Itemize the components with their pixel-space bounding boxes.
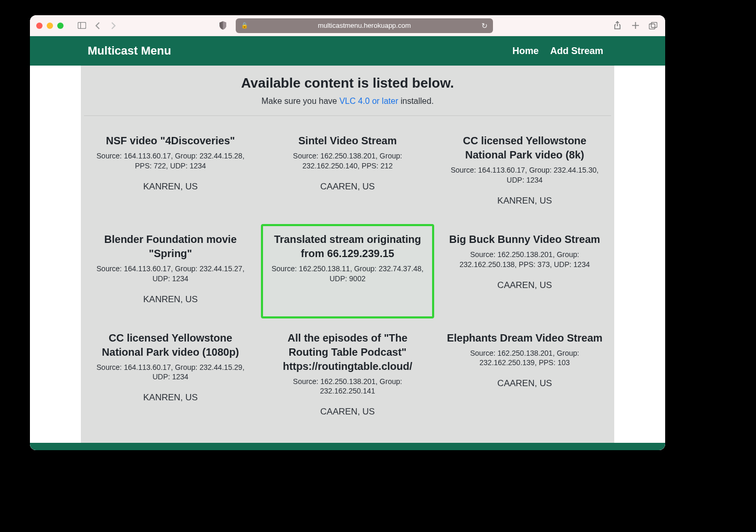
stream-meta: Source: 162.250.138.11, Group: 232.74.37… [266, 264, 428, 284]
stream-card[interactable]: Blender Foundation movie "Spring"Source:… [84, 224, 257, 318]
stream-title: Blender Foundation movie "Spring" [89, 232, 251, 261]
stream-title: CC licensed Yellowstone National Park vi… [89, 331, 251, 359]
fullscreen-window-button[interactable] [57, 23, 64, 29]
stream-title: NSF video "4Discoveries" [89, 134, 251, 148]
stream-card[interactable]: CC licensed Yellowstone National Park vi… [84, 323, 257, 431]
stream-grid: NSF video "4Discoveries"Source: 164.113.… [81, 116, 614, 450]
window-controls [36, 23, 64, 29]
stream-location: KANREN, US [89, 294, 251, 305]
stream-card[interactable]: Translated stream originating from 66.12… [261, 224, 434, 318]
svg-rect-2 [649, 24, 655, 29]
stream-location: KANREN, US [444, 196, 606, 206]
stream-meta: Source: 162.250.138.201, Group: 232.162.… [444, 250, 606, 270]
stream-card[interactable]: NSF video "4Discoveries"Source: 164.113.… [84, 125, 257, 220]
site-navbar: Multicast Menu Home Add Stream [30, 36, 665, 66]
new-tab-icon[interactable] [629, 20, 641, 31]
stream-meta: Source: 164.113.60.17, Group: 232.44.15.… [89, 151, 251, 171]
url-text: multicastmenu.herokuapp.com [318, 22, 411, 29]
nav-add-stream[interactable]: Add Stream [550, 46, 603, 57]
stream-meta: Source: 164.113.60.17, Group: 232.44.15.… [89, 264, 251, 284]
toolbar-right [612, 20, 659, 31]
stream-card[interactable]: All the episodes of "The Routing Table P… [261, 323, 434, 431]
content-panel: Available content is listed below. Make … [81, 66, 614, 450]
stream-card[interactable]: Sintel Video StreamSource: 162.250.138.2… [261, 125, 434, 220]
stream-location: CAAREN, US [444, 378, 606, 389]
page-subtitle: Make sure you have VLC 4.0 or later inst… [81, 97, 614, 106]
stream-meta: Source: 162.250.138.201, Group: 232.162.… [444, 348, 606, 368]
stream-location: CAAREN, US [266, 407, 428, 417]
vlc-link[interactable]: VLC 4.0 or later [339, 97, 398, 105]
footer-bar [30, 443, 665, 450]
lock-icon: 🔒 [241, 22, 248, 29]
stream-title: Translated stream originating from 66.12… [266, 232, 428, 261]
tabs-overview-icon[interactable] [647, 20, 659, 31]
stream-title: Elephants Dream Video Stream [444, 331, 606, 345]
minimize-window-button[interactable] [47, 23, 53, 29]
brand-title[interactable]: Multicast Menu [88, 44, 171, 58]
privacy-shield-icon[interactable] [217, 20, 228, 31]
nav-home[interactable]: Home [512, 46, 539, 57]
svg-rect-0 [78, 23, 86, 29]
stream-location: KANREN, US [89, 182, 251, 192]
page-title: Available content is listed below. [81, 75, 614, 91]
stream-location: KANREN, US [89, 392, 251, 403]
share-icon[interactable] [612, 20, 623, 31]
back-button[interactable] [92, 20, 103, 31]
stream-location: CAAREN, US [266, 182, 428, 192]
stream-title: Big Buck Bunny Video Stream [444, 232, 606, 247]
subtitle-pre: Make sure you have [261, 97, 340, 105]
reload-icon[interactable]: ↻ [481, 22, 488, 30]
stream-card[interactable]: CC licensed Yellowstone National Park vi… [438, 125, 611, 220]
stream-location: CAAREN, US [444, 280, 606, 291]
svg-rect-3 [652, 22, 657, 27]
subtitle-post: installed. [398, 97, 434, 105]
sidebar-toggle-icon[interactable] [76, 20, 88, 31]
stream-meta: Source: 164.113.60.17, Group: 232.44.15.… [89, 363, 251, 382]
stream-card[interactable]: Elephants Dream Video StreamSource: 162.… [438, 323, 611, 431]
browser-toolbar: 🔒 multicastmenu.herokuapp.com ↻ [30, 15, 665, 36]
stream-title: All the episodes of "The Routing Table P… [266, 331, 428, 374]
stream-title: CC licensed Yellowstone National Park vi… [444, 134, 606, 162]
stream-card[interactable]: Big Buck Bunny Video StreamSource: 162.2… [438, 224, 611, 318]
stream-title: Sintel Video Stream [266, 134, 428, 148]
browser-window: 🔒 multicastmenu.herokuapp.com ↻ Multicas… [30, 15, 665, 450]
close-window-button[interactable] [36, 23, 43, 29]
forward-button[interactable] [108, 20, 119, 31]
stream-meta: Source: 162.250.138.201, Group: 232.162.… [266, 377, 428, 397]
page-body: Available content is listed below. Make … [30, 66, 665, 450]
stream-meta: Source: 162.250.138.201, Group: 232.162.… [266, 151, 428, 171]
address-bar[interactable]: 🔒 multicastmenu.herokuapp.com ↻ [236, 18, 493, 33]
stream-meta: Source: 164.113.60.17, Group: 232.44.15.… [444, 165, 606, 185]
